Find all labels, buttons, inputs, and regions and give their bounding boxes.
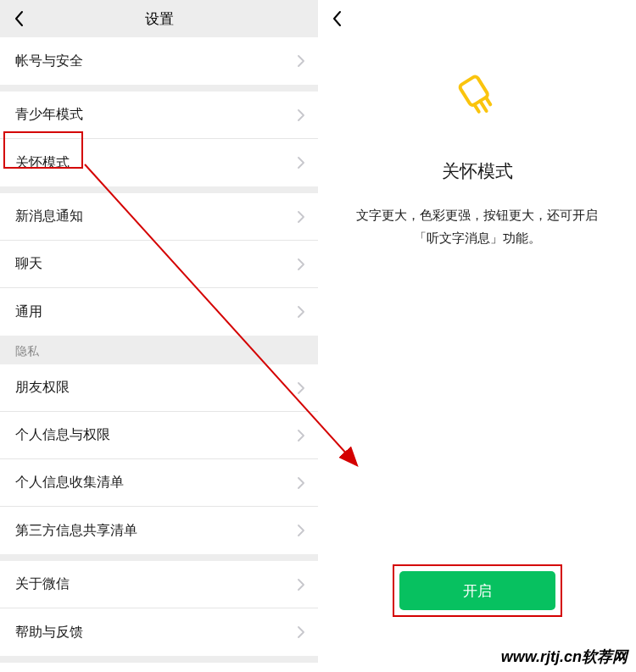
row-general[interactable]: 通用 (0, 288, 318, 336)
svg-rect-2 (459, 75, 488, 106)
chevron-right-icon (298, 55, 304, 67)
svg-line-3 (480, 101, 486, 111)
row-label: 个人信息与权限 (15, 426, 110, 444)
row-third-party-sharing[interactable]: 第三方信息共享清单 (0, 507, 318, 554)
chevron-left-icon (14, 10, 24, 27)
watermark: www.rjtj.cn软荐网 (501, 647, 628, 667)
care-mode-panel: 关怀模式 文字更大，色彩更强，按钮更大，还可开启 「听文字消息」功能。 开启 (318, 0, 636, 672)
row-label: 朋友权限 (15, 379, 70, 397)
row-label: 帐号与安全 (15, 53, 83, 70)
enable-button[interactable]: 开启 (399, 571, 555, 610)
svg-line-4 (474, 104, 478, 111)
chevron-right-icon (298, 626, 304, 638)
section-header-privacy: 隐私 (0, 336, 318, 364)
chevron-right-icon (298, 109, 304, 121)
care-mode-icon (452, 71, 503, 125)
row-personal-info-collection[interactable]: 个人信息收集清单 (0, 459, 318, 507)
row-friend-permission[interactable]: 朋友权限 (0, 364, 318, 412)
section-gap (0, 656, 318, 663)
row-about-wechat[interactable]: 关于微信 (0, 561, 318, 608)
row-label: 关于微信 (15, 575, 70, 593)
care-mode-description: 文字更大，色彩更强，按钮更大，还可开启 「听文字消息」功能。 (339, 203, 615, 249)
svg-line-5 (485, 97, 489, 104)
desc-line: 文字更大，色彩更强，按钮更大，还可开启 (356, 203, 598, 226)
row-label: 帮助与反馈 (15, 624, 83, 641)
chevron-right-icon (298, 525, 304, 536)
row-plugins[interactable]: 插件 (0, 663, 318, 672)
row-personal-info-permission[interactable]: 个人信息与权限 (0, 412, 318, 459)
settings-header: 设置 (0, 0, 318, 37)
row-new-msg-notify[interactable]: 新消息通知 (0, 193, 318, 241)
row-label: 个人信息收集清单 (15, 474, 124, 492)
row-label: 通用 (15, 303, 42, 321)
chevron-right-icon (298, 157, 304, 169)
section-gap (0, 85, 318, 92)
desc-line: 「听文字消息」功能。 (356, 226, 598, 249)
chevron-right-icon (298, 382, 304, 394)
back-button[interactable] (8, 8, 29, 29)
row-help-feedback[interactable]: 帮助与反馈 (0, 608, 318, 656)
back-button[interactable] (326, 8, 347, 29)
row-label: 第三方信息共享清单 (15, 522, 137, 540)
settings-panel: 设置 帐号与安全 青少年模式 关怀模式 新消息通知 (0, 0, 318, 672)
chevron-right-icon (298, 258, 304, 270)
chevron-right-icon (298, 579, 304, 591)
chevron-right-icon (298, 306, 304, 318)
row-care-mode[interactable]: 关怀模式 (0, 139, 318, 186)
row-label: 新消息通知 (15, 208, 83, 225)
chevron-right-icon (298, 477, 304, 489)
row-label: 聊天 (15, 255, 42, 273)
care-header (318, 0, 636, 37)
row-label: 关怀模式 (15, 154, 70, 172)
section-gap (0, 186, 318, 193)
care-content: 关怀模式 文字更大，色彩更强，按钮更大，还可开启 「听文字消息」功能。 (318, 37, 636, 249)
row-chat[interactable]: 聊天 (0, 241, 318, 288)
section-gap (0, 554, 318, 561)
row-label: 青少年模式 (15, 106, 83, 124)
annotation-highlight-enable: 开启 (393, 564, 562, 617)
row-teen-mode[interactable]: 青少年模式 (0, 92, 318, 139)
chevron-left-icon (332, 10, 342, 27)
chevron-right-icon (298, 430, 304, 442)
page-title: 设置 (145, 9, 174, 29)
chevron-right-icon (298, 211, 304, 223)
care-mode-title: 关怀模式 (442, 159, 513, 183)
row-account-security[interactable]: 帐号与安全 (0, 37, 318, 85)
